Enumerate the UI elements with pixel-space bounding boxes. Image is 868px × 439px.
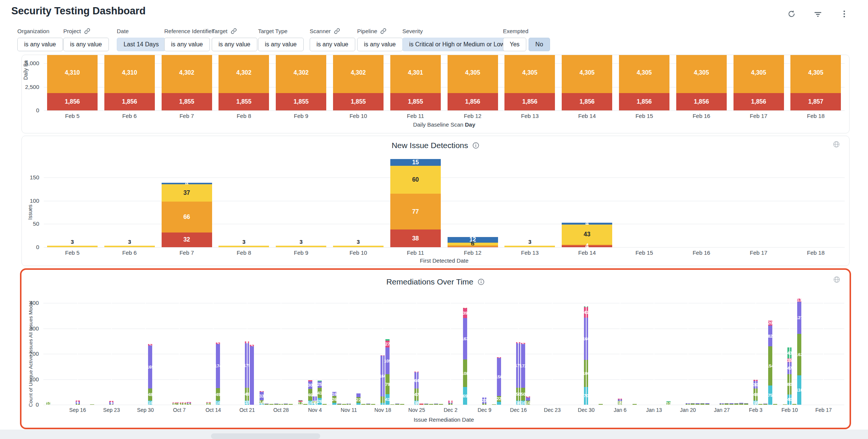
bar-feb-13[interactable]: 3 bbox=[504, 246, 555, 247]
bar-feb-12[interactable]: 126 bbox=[448, 237, 498, 247]
bar-segment-green[interactable] bbox=[734, 404, 738, 405]
bar-segment-purple[interactable] bbox=[526, 398, 530, 401]
remediation-bar[interactable] bbox=[274, 404, 278, 405]
bar-segment-orange[interactable]: 4,310 bbox=[47, 55, 98, 93]
remediation-bar[interactable] bbox=[366, 404, 370, 405]
bar-feb-10[interactable]: 3 bbox=[333, 246, 384, 247]
bar-segment-purple[interactable]: 169 bbox=[148, 346, 152, 389]
filter-project-value[interactable]: is any value bbox=[63, 38, 109, 51]
bar-segment-teal[interactable]: 75 bbox=[768, 385, 772, 405]
info-icon[interactable] bbox=[477, 278, 485, 286]
bar-feb-11[interactable]: 4,3011,855 bbox=[390, 55, 441, 110]
bar-segment-green[interactable] bbox=[700, 404, 704, 405]
filter-target-type-value[interactable]: is any value bbox=[258, 38, 304, 51]
remediation-bar[interactable]: 6 bbox=[173, 402, 177, 405]
bar-segment-teal[interactable]: 16 bbox=[308, 401, 312, 405]
remediation-bar[interactable] bbox=[691, 403, 695, 405]
bar-feb-9[interactable]: 4,3021,855 bbox=[276, 55, 326, 110]
bar-segment-yellow[interactable] bbox=[47, 246, 98, 247]
bar-segment-orange[interactable]: 4,302 bbox=[276, 55, 326, 93]
bar-segment-purple[interactable]: 82 bbox=[768, 326, 772, 346]
remediation-bar[interactable] bbox=[700, 403, 704, 405]
bar-segment-green[interactable] bbox=[763, 404, 767, 405]
bar-segment-purple[interactable] bbox=[356, 393, 361, 397]
bar-segment-purple[interactable]: 33 bbox=[260, 392, 264, 400]
bar-segment-pink[interactable]: 39 bbox=[463, 308, 467, 318]
remediation-bar[interactable] bbox=[439, 404, 443, 405]
remediation-bar[interactable] bbox=[395, 404, 399, 405]
bar-segment-orange[interactable]: 4,305 bbox=[676, 55, 727, 93]
bar-segment-green[interactable]: 154 bbox=[768, 346, 772, 385]
bar-segment-green[interactable] bbox=[724, 404, 729, 405]
bar-segment-pink[interactable]: 13 bbox=[797, 298, 801, 302]
bar-feb-6[interactable]: 4,3101,856 bbox=[104, 55, 155, 110]
bar-segment-orange[interactable]: 4,305 bbox=[734, 55, 784, 93]
bar-segment-green[interactable] bbox=[361, 404, 365, 405]
bar-segment-red[interactable]: 1,856 bbox=[619, 93, 669, 110]
bar-segment-red3[interactable] bbox=[419, 404, 423, 405]
bar-segment-green[interactable] bbox=[691, 404, 695, 405]
bar-segment-teal[interactable]: 69 bbox=[463, 387, 467, 405]
bar-segment-purple[interactable]: 127 bbox=[797, 302, 801, 334]
bar-segment-teal[interactable]: 16 bbox=[148, 401, 152, 405]
bar-segment-orange[interactable]: 4,302 bbox=[162, 55, 212, 93]
bar-segment-green[interactable]: 22 bbox=[497, 396, 501, 402]
bar-segment-green[interactable] bbox=[783, 404, 787, 405]
bar-segment-yellow[interactable]: 60 bbox=[390, 166, 441, 194]
remediation-bar[interactable] bbox=[492, 404, 496, 405]
remediation-bar[interactable]: 304616 bbox=[308, 380, 312, 405]
bar-segment-green[interactable]: 26 bbox=[332, 396, 336, 403]
bar-segment-green[interactable] bbox=[758, 404, 763, 405]
remediation-bar[interactable] bbox=[758, 404, 763, 405]
bar-segment-red[interactable]: 1,856 bbox=[104, 93, 155, 110]
bar-segment-purple[interactable]: 16 bbox=[332, 392, 336, 396]
filter-exempted-yes[interactable]: Yes bbox=[503, 38, 526, 51]
bar-segment-teal[interactable]: 41 bbox=[385, 394, 390, 405]
remediation-bar[interactable] bbox=[424, 404, 428, 405]
filter-exempted-no[interactable]: No bbox=[529, 38, 550, 51]
bar-feb-8[interactable]: 4,3021,855 bbox=[219, 55, 269, 110]
bar-segment-teal[interactable]: 4 bbox=[260, 404, 264, 405]
bar-segment-green[interactable] bbox=[773, 404, 777, 405]
remediation-bar[interactable]: 12 bbox=[298, 400, 303, 405]
bar-segment-green[interactable]: 8 bbox=[206, 403, 211, 405]
bar-segment-green[interactable] bbox=[303, 404, 307, 405]
remediation-bar[interactable] bbox=[342, 404, 346, 405]
remediation-bar[interactable] bbox=[599, 404, 603, 405]
remediation-bar[interactable]: 10 bbox=[46, 402, 50, 405]
remediation-bar[interactable]: 8 bbox=[206, 402, 211, 405]
bar-segment-red[interactable]: 1,856 bbox=[448, 93, 498, 110]
remediation-bar[interactable]: 51725016 bbox=[521, 343, 525, 405]
bar-segment-yellow[interactable] bbox=[276, 246, 326, 247]
bar-segment-green[interactable]: 46 bbox=[308, 389, 312, 401]
bar-segment-green[interactable]: 6 bbox=[182, 403, 186, 405]
remediation-bar[interactable]: 5 bbox=[187, 402, 191, 405]
bar-segment-orange[interactable]: 4,305 bbox=[790, 55, 841, 93]
bar-segment-green[interactable] bbox=[633, 404, 637, 405]
bar-segment-green[interactable]: 49 bbox=[216, 388, 220, 401]
bar-segment-red[interactable]: 1,856 bbox=[47, 93, 98, 110]
refresh-icon[interactable] bbox=[787, 9, 796, 19]
bar-feb-10[interactable]: 4,3021,855 bbox=[333, 55, 384, 110]
bar-segment-green[interactable] bbox=[289, 404, 293, 405]
filter-target-value[interactable]: is any value bbox=[212, 38, 257, 51]
bar-segment-green[interactable]: 6 bbox=[173, 403, 177, 405]
bar-segment-green[interactable] bbox=[695, 404, 700, 405]
bar-segment-yellow[interactable] bbox=[104, 246, 155, 247]
bar-segment-red[interactable] bbox=[448, 247, 498, 247]
bar-feb-14[interactable]: 4434 bbox=[562, 223, 612, 247]
bar-segment-green[interactable] bbox=[492, 404, 496, 405]
bar-segment-green[interactable] bbox=[269, 404, 274, 405]
bar-segment-green[interactable] bbox=[264, 404, 269, 405]
remediation-bar[interactable] bbox=[792, 404, 796, 405]
bar-segment-green[interactable] bbox=[739, 404, 743, 405]
remediation-bar[interactable] bbox=[734, 403, 738, 405]
bar-feb-7[interactable]: 4,3021,855 bbox=[162, 55, 212, 110]
remediation-bar[interactable]: 516 bbox=[526, 396, 530, 405]
remediation-bar[interactable]: 1626 bbox=[332, 392, 336, 405]
bar-feb-8[interactable]: 3 bbox=[219, 246, 269, 247]
bar-segment-purple[interactable]: 25 bbox=[318, 381, 322, 388]
bar-segment-green[interactable]: 12 bbox=[298, 402, 303, 405]
bar-segment-orange[interactable]: 4,301 bbox=[390, 55, 441, 93]
bar-segment-orange[interactable]: 4,305 bbox=[504, 55, 555, 93]
